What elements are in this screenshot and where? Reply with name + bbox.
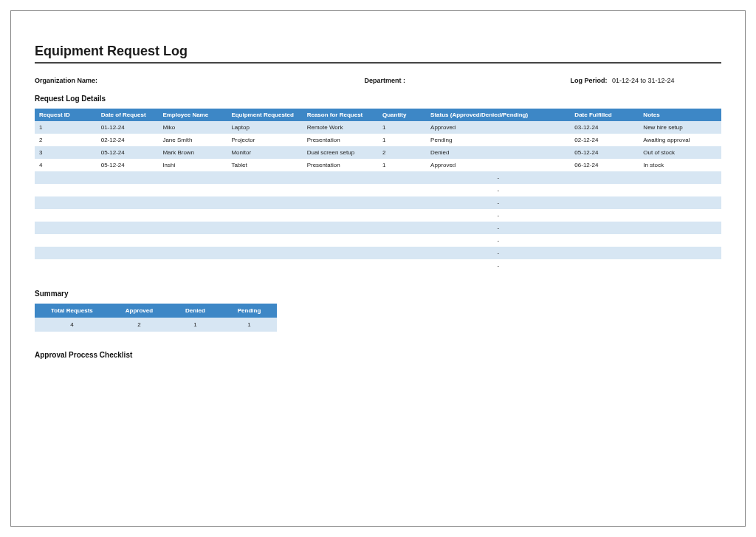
cell-notes: In stock — [639, 159, 721, 171]
cell-reason — [303, 222, 378, 234]
summary-denied-value: 1 — [169, 318, 221, 332]
summary-col-pending: Pending — [221, 304, 278, 318]
cell-notes — [639, 247, 721, 259]
cell-reason — [303, 247, 378, 259]
document-frame: Equipment Request Log Organization Name:… — [10, 10, 746, 527]
cell-equip — [227, 171, 302, 184]
col-employee-name: Employee Name — [158, 109, 227, 121]
cell-qty — [378, 259, 426, 272]
cell-fulfilled: 06-12-24 — [570, 159, 639, 171]
cell-emp — [158, 184, 227, 196]
cell-notes — [639, 196, 721, 209]
cell-date: 02-12-24 — [97, 134, 159, 146]
cell-date: 05-12-24 — [97, 159, 159, 171]
cell-notes: Out of stock — [639, 146, 721, 159]
cell-status: - — [426, 184, 570, 196]
cell-reason: Remote Work — [303, 121, 378, 134]
summary-section-title: Summary — [35, 290, 721, 298]
dept-label: Department : — [364, 77, 405, 84]
table-row: - — [35, 259, 721, 272]
cell-id — [35, 222, 97, 234]
cell-equip — [227, 184, 302, 196]
cell-date — [97, 171, 159, 184]
col-notes: Notes — [639, 109, 721, 121]
cell-fulfilled: 03-12-24 — [570, 121, 639, 134]
request-log-table: Request ID Date of Request Employee Name… — [35, 109, 721, 272]
cell-id — [35, 184, 97, 196]
cell-fulfilled — [570, 184, 639, 196]
col-date-fulfilled: Date Fulfilled — [570, 109, 639, 121]
cell-notes — [639, 209, 721, 222]
cell-fulfilled — [570, 259, 639, 272]
col-request-id: Request ID — [35, 109, 97, 121]
cell-emp — [158, 209, 227, 222]
table-row: - — [35, 209, 721, 222]
cell-date — [97, 184, 159, 196]
table-header: Request ID Date of Request Employee Name… — [35, 109, 721, 121]
summary-total-value: 4 — [35, 318, 109, 332]
cell-reason — [303, 171, 378, 184]
cell-reason — [303, 234, 378, 247]
cell-fulfilled — [570, 247, 639, 259]
cell-qty — [378, 247, 426, 259]
cell-id — [35, 209, 97, 222]
cell-qty — [378, 222, 426, 234]
cell-status: - — [426, 259, 570, 272]
cell-id — [35, 234, 97, 247]
cell-equip — [227, 234, 302, 247]
cell-qty — [378, 209, 426, 222]
cell-id: 1 — [35, 121, 97, 134]
table-row: 101-12-24MikoLaptopRemote Work1Approved0… — [35, 121, 721, 134]
cell-emp — [158, 234, 227, 247]
cell-id — [35, 171, 97, 184]
summary-approved-value: 2 — [109, 318, 169, 332]
table-row: - — [35, 184, 721, 196]
cell-id: 4 — [35, 159, 97, 171]
cell-notes — [639, 222, 721, 234]
checklist-section-title: Approval Process Checklist — [35, 351, 721, 359]
cell-emp: Inshi — [158, 159, 227, 171]
cell-emp — [158, 222, 227, 234]
cell-equip: Laptop — [227, 121, 302, 134]
cell-emp — [158, 196, 227, 209]
cell-equip — [227, 222, 302, 234]
cell-date — [97, 247, 159, 259]
cell-notes: Awaiting approval — [639, 134, 721, 146]
cell-emp — [158, 171, 227, 184]
table-row: 202-12-24Jane SmithProjectorPresentation… — [35, 134, 721, 146]
cell-fulfilled: 02-12-24 — [570, 134, 639, 146]
cell-notes — [639, 234, 721, 247]
col-quantity: Quantity — [378, 109, 426, 121]
cell-equip: Tablet — [227, 159, 302, 171]
cell-fulfilled — [570, 222, 639, 234]
cell-qty: 2 — [378, 146, 426, 159]
summary-block: Summary Total Requests Approved Denied P… — [35, 290, 721, 332]
cell-status: - — [426, 171, 570, 184]
cell-status: Approved — [426, 121, 570, 134]
cell-reason: Presentation — [303, 159, 378, 171]
cell-status: Approved — [426, 159, 570, 171]
period-label: Log Period: — [570, 77, 607, 84]
cell-id: 3 — [35, 146, 97, 159]
cell-notes — [639, 184, 721, 196]
cell-notes: New hire setup — [639, 121, 721, 134]
summary-col-total: Total Requests — [35, 304, 109, 318]
cell-date — [97, 196, 159, 209]
cell-emp — [158, 259, 227, 272]
cell-status: - — [426, 222, 570, 234]
table-row: - — [35, 171, 721, 184]
period-value: 01-12-24 to 31-12-24 — [612, 77, 675, 84]
cell-reason — [303, 196, 378, 209]
cell-status: - — [426, 234, 570, 247]
col-status: Status (Approved/Denied/Pending) — [426, 109, 570, 121]
table-row: 305-12-24Mark BrownMonitorDual screen se… — [35, 146, 721, 159]
cell-emp: Jane Smith — [158, 134, 227, 146]
summary-row: 4 2 1 1 — [35, 318, 277, 332]
title-rule — [35, 62, 721, 64]
org-field: Organization Name: — [35, 77, 364, 84]
cell-qty — [378, 171, 426, 184]
cell-date — [97, 259, 159, 272]
cell-date: 01-12-24 — [97, 121, 159, 134]
cell-reason — [303, 184, 378, 196]
cell-qty — [378, 184, 426, 196]
